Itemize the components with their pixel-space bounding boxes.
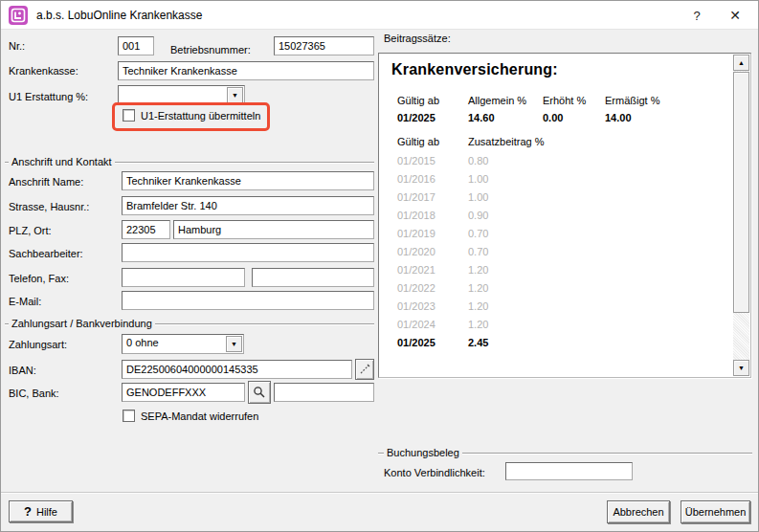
email-label: E-Mail:	[9, 296, 41, 307]
kv-row-allgemein: 14.60	[468, 112, 495, 123]
bic-input[interactable]	[122, 383, 245, 402]
konto-verbindlichkeit-input[interactable]	[505, 462, 633, 480]
u1-erstattung-label: U1 Erstattung %:	[9, 91, 88, 102]
footer-divider	[1, 492, 759, 493]
iban-edit-button[interactable]	[355, 359, 374, 380]
sachbearbeiter-input[interactable]	[122, 243, 374, 262]
krankenkasse-input[interactable]	[118, 61, 374, 80]
nr-label: Nr.:	[9, 40, 25, 52]
abbrechen-button-label: Abbrechen	[613, 506, 663, 518]
ort-input[interactable]	[173, 220, 374, 239]
kv-header-erhoeht: Erhöht %	[543, 95, 586, 106]
beitragssaetze-label: Beitragssätze:	[384, 33, 451, 44]
panel-scrollbar[interactable]: ▲ ▼	[733, 55, 749, 376]
sachbearbeiter-label: Sachbearbeiter:	[9, 248, 83, 259]
kv-row-ermaessigt: 14.00	[605, 112, 632, 123]
beitragssaetze-panel: Krankenversicherung: Gültig ab Allgemein…	[378, 53, 751, 378]
bic-bank-label: BIC, Bank:	[9, 388, 59, 399]
abbrechen-button[interactable]: Abbrechen	[607, 500, 670, 523]
scrollbar-thumb[interactable]	[733, 72, 749, 313]
hilfe-button-label: Hilfe	[36, 506, 57, 518]
zusatz-row: 01/20221.20	[379, 282, 714, 300]
telefon-input[interactable]	[122, 268, 245, 287]
buchungsbeleg-group-title: Buchungsbeleg	[384, 447, 462, 458]
sepa-checkbox[interactable]	[123, 410, 135, 422]
uebernehmen-button-label: Übernehmen	[685, 506, 747, 518]
chevron-down-icon[interactable]: ▼	[226, 336, 242, 352]
zusatz-row: 01/20200.70	[379, 246, 714, 264]
zusatz-row: 01/20171.00	[379, 191, 714, 210]
zusatz-header-zusatz: Zusatzbeitrag %	[468, 136, 544, 147]
bank-input[interactable]	[274, 383, 374, 402]
search-icon	[253, 386, 266, 399]
krankenversicherung-heading: Krankenversicherung:	[391, 61, 558, 78]
kv-header-ermaessigt: Ermäßigt %	[605, 95, 659, 106]
pencil-icon	[359, 364, 370, 375]
strasse-label: Strasse, Hausnr.:	[9, 201, 89, 212]
title-bar: a.b.s. LobuOnline Krankenkasse ? ✕	[1, 1, 759, 30]
telefon-fax-label: Telefon, Fax:	[9, 273, 69, 284]
iban-label: IBAN:	[9, 365, 36, 376]
konto-verbindlichkeit-label: Konto Verbindlichkeit:	[384, 467, 485, 478]
sepa-label: SEPA-Mandat widerrufen	[141, 410, 258, 422]
zusatz-row: 01/20180.90	[379, 210, 714, 228]
bic-search-button[interactable]	[248, 381, 271, 404]
zusatz-header-gueltig: Gültig ab	[397, 136, 439, 147]
app-logo-icon	[9, 6, 28, 25]
chevron-down-icon[interactable]: ▼	[227, 87, 243, 103]
zusatz-row: 01/20241.20	[379, 319, 714, 337]
zusatz-row: 01/20231.20	[379, 300, 714, 319]
anschrift-name-input[interactable]	[122, 171, 374, 190]
strasse-input[interactable]	[122, 196, 374, 215]
u1-uebermitteln-checkbox[interactable]	[123, 109, 135, 122]
kv-header-allgemein: Allgemein %	[468, 95, 526, 106]
zahlungsart-label: Zahlungsart:	[9, 339, 67, 350]
close-icon[interactable]: ✕	[719, 1, 751, 30]
window-title: a.b.s. LobuOnline Krankenkasse	[36, 1, 202, 30]
plz-input[interactable]	[122, 220, 170, 239]
zahlungsart-value: 0 ohne	[126, 337, 224, 348]
nr-input[interactable]	[118, 36, 154, 55]
scroll-up-icon[interactable]: ▲	[733, 55, 749, 71]
betriebsnummer-label: Betriebsnummer:	[170, 44, 251, 55]
hilfe-button[interactable]: ? Hilfe	[9, 500, 73, 522]
kv-row-erhoeht: 0.00	[543, 112, 563, 123]
iban-input[interactable]	[122, 360, 352, 379]
kv-header-gueltig: Gültig ab	[397, 95, 439, 106]
plz-ort-label: PLZ, Ort:	[9, 225, 52, 236]
scroll-down-icon[interactable]: ▼	[733, 360, 749, 376]
kv-row-date: 01/2025	[397, 112, 435, 123]
fax-input[interactable]	[252, 268, 374, 287]
zahlungsart-select[interactable]: 0 ohne ▼	[122, 334, 244, 354]
anschrift-group-title: Anschrift und Kontakt	[9, 156, 115, 167]
uebernehmen-button[interactable]: Übernehmen	[681, 500, 750, 523]
anschrift-name-label: Anschrift Name:	[9, 176, 83, 188]
zusatz-row: 01/20161.00	[379, 173, 714, 191]
email-input[interactable]	[122, 291, 374, 310]
zusatz-row: 01/20150.80	[379, 155, 714, 173]
krankenkasse-dialog: a.b.s. LobuOnline Krankenkasse ? ✕ Nr.: …	[0, 0, 759, 532]
zusatz-row: 01/20211.20	[379, 264, 714, 282]
u1-uebermitteln-label: U1-Erstattung übermitteln	[141, 110, 260, 122]
krankenkasse-label: Krankenkasse:	[9, 65, 78, 77]
zusatz-row: 01/20190.70	[379, 228, 714, 246]
zusatz-row-current: 01/20252.45	[379, 337, 714, 355]
help-icon: ?	[24, 504, 32, 519]
betriebsnummer-input[interactable]	[274, 36, 374, 55]
zahlung-group-title: Zahlungsart / Bankverbindung	[9, 318, 155, 329]
window-help-button[interactable]: ?	[681, 1, 713, 30]
